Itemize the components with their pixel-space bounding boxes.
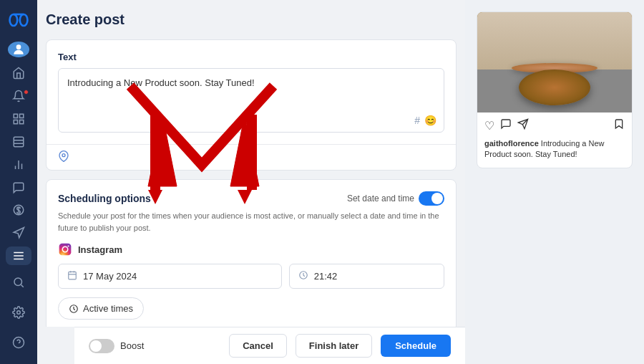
like-icon[interactable]: ♡ <box>484 119 494 133</box>
bookmark-icon[interactable] <box>613 118 625 133</box>
sidebar-item-megaphone[interactable] <box>6 224 31 242</box>
time-input[interactable]: 21:42 <box>289 264 444 289</box>
text-section-label: Text <box>58 52 444 62</box>
svg-rect-25 <box>59 244 72 256</box>
date-time-row: 17 May 2024 21:42 <box>58 264 444 289</box>
date-value: 17 May 2024 <box>83 271 137 282</box>
svg-rect-8 <box>14 137 24 147</box>
calendar-icon <box>67 270 77 282</box>
schedule-button[interactable]: Schedule <box>381 335 451 357</box>
sidebar-item-home[interactable] <box>6 64 31 83</box>
main-scroll[interactable]: Create post Text Introducing a New Produ… <box>37 0 465 327</box>
date-input[interactable]: 17 May 2024 <box>58 264 282 289</box>
set-date-time-label: Set date and time <box>347 193 414 203</box>
scheduling-toggle[interactable] <box>419 191 444 206</box>
svg-line-20 <box>21 284 23 287</box>
boost-label: Boost <box>120 340 144 351</box>
user-avatar[interactable] <box>8 42 29 57</box>
platform-row: Instagram <box>58 242 444 257</box>
share-icon[interactable] <box>517 118 529 133</box>
instagram-preview-card: ♡ gaithoflorence Introducing a New Produ… <box>477 11 633 168</box>
instagram-caption: gaithoflorence Introducing a New Product… <box>477 135 632 168</box>
sidebar-item-chart[interactable] <box>6 155 31 174</box>
post-image <box>477 12 632 112</box>
bottom-bar: Boost Cancel Finish later Schedule <box>74 327 465 364</box>
sidebar-item-search[interactable] <box>6 269 31 295</box>
clock-icon <box>298 270 308 282</box>
svg-rect-4 <box>14 114 17 118</box>
svg-rect-5 <box>20 114 24 118</box>
scheduling-title: Scheduling options <box>58 193 151 204</box>
instagram-icon <box>58 242 72 257</box>
sidebar-item-monetize[interactable] <box>6 201 31 220</box>
svg-point-27 <box>68 245 69 246</box>
svg-point-24 <box>62 154 65 157</box>
text-input-area[interactable]: Introducing a New Product soon. Stay Tun… <box>58 68 444 133</box>
emoji-icon[interactable]: 😊 <box>424 115 436 126</box>
scheduling-section: Scheduling options Set date and time Sch… <box>47 180 456 327</box>
sidebar-bottom <box>6 269 31 355</box>
preview-panel: ♡ gaithoflorence Introducing a New Produ… <box>465 0 644 364</box>
svg-point-1 <box>20 14 28 26</box>
cancel-button[interactable]: Cancel <box>229 334 287 358</box>
boost-toggle[interactable] <box>89 339 114 353</box>
platform-name: Instagram <box>78 244 122 255</box>
active-times-button[interactable]: Active times <box>58 297 144 320</box>
svg-rect-28 <box>69 272 77 279</box>
svg-point-0 <box>10 14 18 26</box>
meta-logo <box>7 9 30 32</box>
boost-toggle-area: Boost <box>89 339 144 353</box>
sidebar-item-settings[interactable] <box>6 300 31 325</box>
comment-icon[interactable] <box>500 118 512 133</box>
active-times-label: Active times <box>83 303 133 314</box>
main-area: Create post Text Introducing a New Produ… <box>37 0 644 364</box>
svg-rect-7 <box>20 120 24 124</box>
instagram-actions: ♡ <box>477 112 632 135</box>
text-content: Introducing a New Product soon. Stay Tun… <box>67 76 435 90</box>
sidebar-item-help[interactable] <box>6 330 31 355</box>
time-value: 21:42 <box>314 271 338 282</box>
sidebar-item-grid[interactable] <box>6 110 31 128</box>
sidebar-item-messages[interactable] <box>6 178 31 197</box>
svg-point-21 <box>17 311 21 315</box>
form-wrapper: Create post Text Introducing a New Produ… <box>37 0 465 364</box>
scheduling-header: Scheduling options Set date and time <box>58 191 444 206</box>
scheduling-description: Schedule your post for the times when yo… <box>58 210 444 234</box>
set-date-time-row: Set date and time <box>347 191 444 206</box>
scheduling-card: Scheduling options Set date and time Sch… <box>46 179 457 327</box>
sidebar-item-menu[interactable] <box>6 246 31 265</box>
location-row[interactable] <box>47 145 456 170</box>
hashtag-icon[interactable]: # <box>414 115 420 126</box>
sidebar-item-notifications[interactable] <box>6 87 31 105</box>
svg-point-3 <box>16 44 21 49</box>
sidebar <box>0 0 37 364</box>
text-section: Text Introducing a New Product soon. Sta… <box>47 40 456 145</box>
svg-point-19 <box>14 278 22 286</box>
page-title: Create post <box>46 11 457 28</box>
text-area-icons: # 😊 <box>414 115 436 126</box>
instagram-username: gaithoflorence <box>484 139 539 148</box>
text-card: Text Introducing a New Product soon. Sta… <box>46 39 457 171</box>
sidebar-item-layers[interactable] <box>6 133 31 151</box>
finish-later-button[interactable]: Finish later <box>296 334 372 358</box>
svg-rect-6 <box>14 120 17 124</box>
